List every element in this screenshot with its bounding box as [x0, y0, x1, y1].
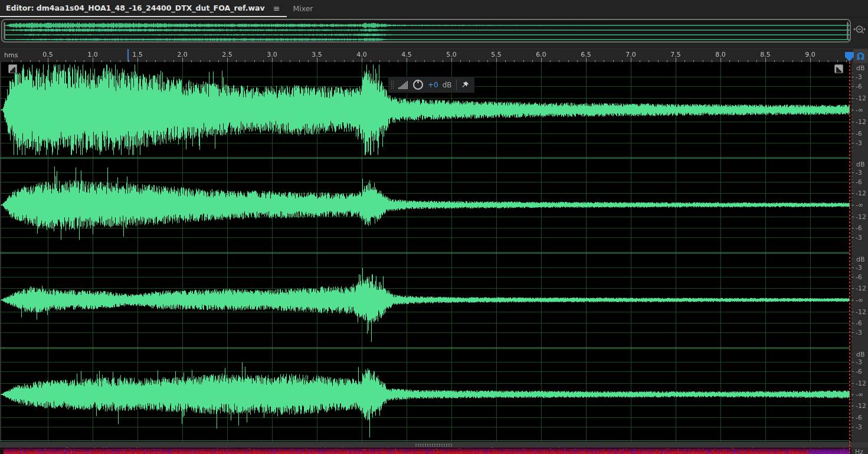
- spectral-unit-label: Hz: [855, 448, 863, 454]
- editor-tab-label: Editor: dm4aa1s04_HOA1_48_-16_24400_DTX_…: [6, 4, 265, 12]
- hud-drag-grip-icon[interactable]: [391, 80, 394, 90]
- spectral-display[interactable]: [0, 448, 868, 454]
- timeline-marker[interactable]: [127, 49, 129, 61]
- panel-menu-icon[interactable]: ≡: [273, 4, 280, 13]
- zoom-navigate-icon[interactable]: [852, 22, 867, 38]
- zoom-left-arrow-icon: [853, 28, 855, 31]
- overview-waveform-canvas[interactable]: [5, 21, 850, 42]
- tab-editor[interactable]: Editor: dm4aa1s04_HOA1_48_-16_24400_DTX_…: [0, 0, 287, 17]
- overview-range-selector[interactable]: [1, 19, 851, 43]
- hud-separator: [456, 80, 457, 90]
- fade-in-icon: [9, 66, 17, 74]
- magnet-icon: Ω: [857, 51, 865, 62]
- fade-in-handle[interactable]: [8, 64, 17, 73]
- playhead-line[interactable]: [849, 62, 850, 454]
- timeline-ruler[interactable]: hms: [0, 48, 868, 62]
- ruler-unit-label: hms: [4, 51, 18, 59]
- pin-hud-icon[interactable]: [461, 81, 469, 89]
- mixer-tab-label: Mixer: [293, 4, 313, 13]
- waveform-display[interactable]: [0, 62, 868, 442]
- hud-gain-panel: +0 dB: [388, 77, 474, 93]
- panel-tab-bar: Editor: dm4aa1s04_HOA1_48_-16_24400_DTX_…: [0, 0, 868, 18]
- snap-toggle-button[interactable]: Ω: [853, 49, 868, 63]
- tab-mixer[interactable]: Mixer: [287, 0, 320, 17]
- zoom-right-arrow-icon: [864, 28, 866, 31]
- panel-splitter[interactable]: [0, 442, 868, 448]
- fade-out-icon: [835, 66, 843, 74]
- level-bars-icon: [398, 80, 408, 89]
- gain-knob-icon[interactable]: [412, 79, 424, 90]
- fade-out-handle[interactable]: [834, 64, 843, 73]
- gain-unit-label: dB: [443, 81, 452, 89]
- splitter-grip-icon[interactable]: [415, 443, 453, 447]
- gain-value[interactable]: +0: [428, 81, 438, 89]
